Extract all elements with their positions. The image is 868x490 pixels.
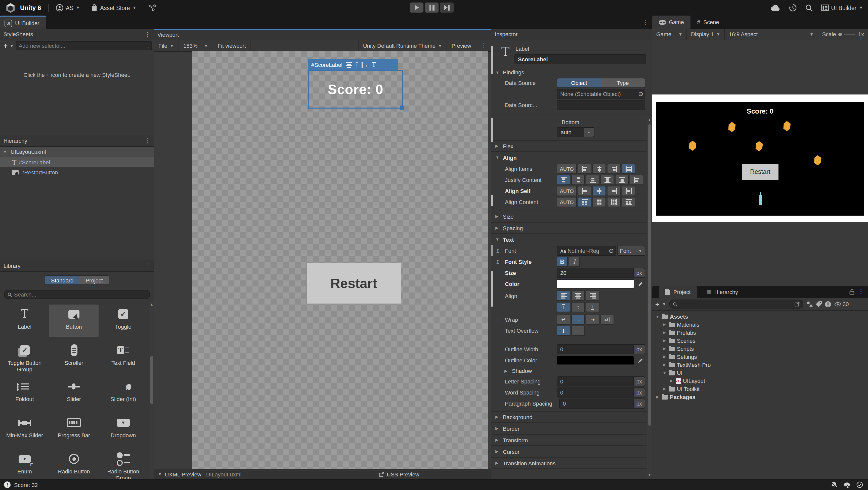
library-item-button[interactable]: Button	[49, 304, 99, 337]
font-type-dropdown[interactable]: Font▼	[617, 246, 645, 256]
section-flex[interactable]: ▶ Flex	[491, 140, 652, 152]
hierarchy-root-row[interactable]: ▼ UILayout.uxml	[0, 147, 154, 157]
text-align-middle[interactable]: ↕	[571, 302, 585, 312]
project-tree-item-textmesh-pro[interactable]: ▶TextMesh Pro	[652, 361, 868, 369]
align-content-auto[interactable]: AUTO	[557, 197, 577, 207]
project-tree-item-prefabs[interactable]: ▶Prefabs	[652, 329, 868, 337]
justify-space-evenly[interactable]	[630, 175, 643, 185]
collab-icon[interactable]	[843, 482, 850, 488]
project-kebab-icon[interactable]: ⋮	[858, 289, 864, 294]
game-mode-dropdown[interactable]: Game▼	[652, 29, 687, 40]
wrap-balanced[interactable]: ⇄	[600, 315, 614, 325]
open-search-window-icon[interactable]	[794, 301, 799, 306]
library-item-text-field[interactable]: T⌶Text Field	[99, 341, 148, 373]
align-content-center[interactable]	[592, 197, 606, 207]
asset-store-menu[interactable]: Asset Store▼	[91, 4, 136, 11]
text-align-top[interactable]: ↑	[557, 302, 570, 312]
outline-width-input[interactable]: 0 px	[557, 344, 645, 354]
align-items-stretch[interactable]	[622, 164, 635, 174]
library-item-slider-int[interactable]: ISlider (Int)	[99, 377, 148, 409]
data-source-path-input[interactable]	[557, 100, 645, 110]
bottom-input[interactable]: auto -	[557, 127, 594, 137]
anchor-right-icon[interactable]: →	[362, 62, 368, 68]
display-dropdown[interactable]: Display 1▼	[687, 29, 725, 40]
section-text[interactable]: ▼ Text	[491, 234, 652, 245]
unit-dropdown[interactable]: -	[584, 128, 594, 137]
foldout-closed-icon[interactable]: ▶	[662, 363, 667, 367]
uss-preview[interactable]: USS Preview	[379, 471, 420, 477]
project-search-input[interactable]	[669, 299, 803, 308]
align-self-flex-start[interactable]	[578, 186, 591, 196]
align-self-auto[interactable]: AUTO	[557, 186, 577, 196]
aspect-dropdown[interactable]: 16:9 Aspect▼	[725, 29, 818, 40]
library-tab-standard[interactable]: Standard	[45, 276, 80, 285]
library-item-scroller[interactable]: Scroller	[49, 341, 99, 373]
overflow-clip[interactable]: T	[557, 326, 570, 336]
align-content-flex-end[interactable]	[607, 197, 621, 207]
library-item-radio-button-group[interactable]: Radio Button Group	[99, 449, 148, 480]
foldout-open-icon[interactable]: ▼	[3, 150, 8, 154]
game-kebab-icon[interactable]: ⋮	[858, 35, 864, 41]
selection-header[interactable]: #ScoreLabel ↑ → T	[308, 59, 398, 70]
px-unit[interactable]: px	[633, 268, 645, 277]
project-tree-item-settings[interactable]: ▶Settings	[652, 353, 868, 361]
hierarchy-item-scorelabel[interactable]: T #ScoreLabel	[0, 157, 154, 167]
hierarchy-item-restartbutton[interactable]: #RestartButton	[0, 167, 154, 177]
search-by-type-icon[interactable]	[806, 301, 812, 307]
align-items-center[interactable]	[592, 164, 606, 174]
project-tree-item-ui-toolkit[interactable]: ▶UI Toolkit	[652, 385, 868, 393]
history-icon[interactable]	[788, 3, 797, 12]
align-items-flex-start[interactable]	[578, 164, 591, 174]
pseudo-states-button[interactable]: :	[147, 43, 149, 49]
object-picker-icon[interactable]: ⊙	[638, 91, 643, 98]
foldout-open-icon[interactable]: ▼	[662, 371, 667, 375]
library-tab-project[interactable]: Project	[80, 276, 109, 285]
align-content-flex-start[interactable]	[578, 197, 591, 207]
bell-off-icon[interactable]	[831, 482, 837, 488]
section-background[interactable]: ▶ Background	[491, 411, 652, 423]
library-item-enum[interactable]: ▼EEnum	[0, 449, 49, 480]
justify-center[interactable]	[571, 175, 585, 185]
eyedropper-icon[interactable]	[635, 358, 645, 363]
restart-button-element[interactable]: Restart	[306, 263, 401, 304]
library-search-input[interactable]: Search...	[4, 290, 150, 299]
foldout-open-icon[interactable]: ▼	[158, 472, 162, 477]
hierarchy-kebab-icon[interactable]: ⋮	[144, 138, 150, 144]
file-menu[interactable]: File▼	[154, 40, 179, 51]
wrap-normal[interactable]: ↵	[557, 315, 570, 325]
font-asset-field[interactable]: Aa NotInter-Reg ⊙	[557, 246, 616, 256]
align-items-auto[interactable]: AUTO	[557, 164, 577, 174]
foldout-closed-icon[interactable]: ▶	[662, 355, 667, 359]
foldout-closed-icon[interactable]: ▶	[669, 379, 674, 383]
version-control-icon[interactable]	[149, 4, 157, 11]
text-align-bottom[interactable]: ↓	[586, 302, 599, 312]
chevron-down-icon[interactable]: ▼	[662, 302, 666, 306]
foldout-open-icon[interactable]: ▼	[655, 315, 660, 318]
cloud-icon[interactable]	[770, 4, 780, 11]
foldout-closed-icon[interactable]: ▶	[662, 331, 667, 335]
scroll-up-icon[interactable]: ▲	[647, 118, 652, 122]
scriptable-object-field[interactable]: None (Scriptable Object) ⊙	[557, 89, 645, 99]
uxml-canvas[interactable]: #ScoreLabel ↑ → T Score: 0 Restart	[192, 51, 488, 469]
align-self-center[interactable]	[592, 186, 606, 196]
text-align-center[interactable]	[571, 291, 585, 300]
add-selector-input[interactable]: Add new selector... :	[16, 41, 152, 50]
outline-color-swatch[interactable]	[557, 356, 634, 365]
foldout-closed-icon[interactable]: ▶	[662, 323, 667, 327]
project-tree-item-ui[interactable]: ▼UI	[652, 369, 868, 377]
search-icon[interactable]	[805, 4, 813, 12]
align-self-stretch[interactable]	[622, 186, 635, 196]
section-transition-animations[interactable]: ▶ Transition Animations	[491, 457, 652, 469]
inspector-scrollbar[interactable]: ▲ ▼	[647, 117, 652, 478]
slider-track[interactable]	[845, 34, 856, 35]
library-item-radio-button[interactable]: Radio Button	[49, 449, 99, 480]
justify-space-between[interactable]	[600, 175, 614, 185]
project-tree-item-packages[interactable]: ▶Packages	[652, 393, 868, 401]
letter-spacing-input[interactable]: 0 px	[557, 377, 645, 387]
overflow-ellipsis[interactable]: …	[571, 326, 585, 336]
text-color-swatch[interactable]	[557, 280, 634, 289]
pause-button[interactable]	[425, 2, 438, 12]
section-border[interactable]: ▶ Border	[491, 423, 652, 434]
section-size[interactable]: ▶ Size	[491, 210, 652, 222]
text-anchor-icon[interactable]: T	[372, 61, 376, 68]
